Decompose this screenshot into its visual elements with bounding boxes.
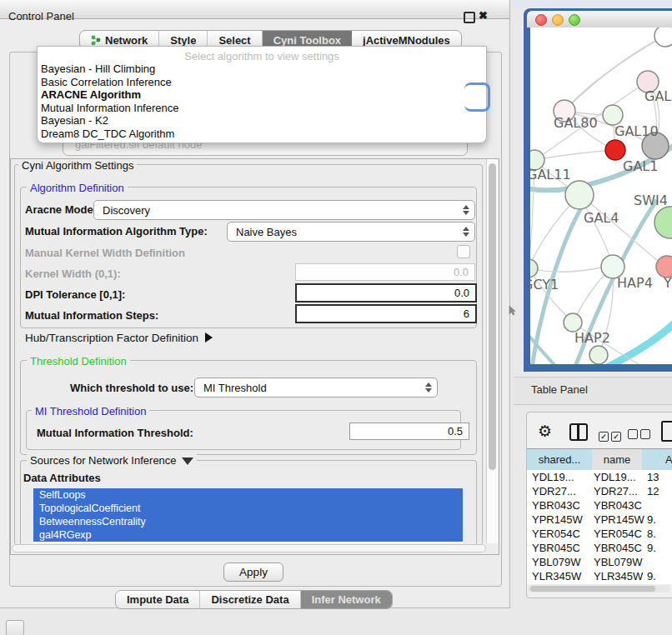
- algorithm-option[interactable]: Mutual Information Inference: [38, 102, 486, 115]
- sources-group-toggle[interactable]: Sources for Network Inference: [27, 454, 197, 467]
- table-cell: [644, 498, 672, 512]
- network-node-hap2[interactable]: [564, 313, 582, 332]
- network-node[interactable]: [654, 28, 672, 47]
- data-attribute-item[interactable]: BetweennessCentrality: [33, 515, 463, 528]
- data-attribute-item[interactable]: TopologicalCoefficient: [33, 502, 463, 515]
- table-cell: 9.: [644, 569, 672, 583]
- attribute-table[interactable]: YDL19...YDL19...13YDR27...YDR27...12YBR0…: [527, 470, 672, 584]
- table-column-header[interactable]: name: [592, 448, 643, 471]
- mi-steps-label: Mutual Information Steps:: [25, 309, 158, 322]
- table-horizontal-scrollbar[interactable]: [528, 585, 670, 592]
- algorithm-option[interactable]: Bayesian - Hill Climbing: [38, 62, 486, 76]
- table-row[interactable]: YDR27...YDR27...12: [527, 484, 672, 498]
- kernel-width-field[interactable]: 0.0: [295, 263, 475, 281]
- settings-vertical-scrollbar[interactable]: [486, 159, 498, 543]
- file-icon[interactable]: [661, 421, 672, 442]
- float-window-icon[interactable]: [464, 12, 475, 23]
- mi-steps-field[interactable]: 6: [295, 304, 477, 323]
- close-icon[interactable]: ✖: [479, 9, 488, 22]
- network-edge: [530, 268, 601, 272]
- manual-kernel-checkbox[interactable]: [457, 245, 470, 258]
- dpi-tolerance-field[interactable]: 0.0: [295, 283, 477, 302]
- control-panel-titlebar: [0, 0, 509, 19]
- aracne-mode-label: Aracne Mode:: [25, 203, 97, 216]
- table-cell: 12: [644, 484, 672, 498]
- table-row[interactable]: YBR045CYBR045C9.: [527, 541, 672, 555]
- network-icon: [91, 35, 101, 45]
- table-cell: YBR043C: [527, 498, 592, 512]
- table-row[interactable]: YER054CYER054C8.: [527, 527, 672, 541]
- table-cell: YDR27...: [527, 484, 592, 498]
- mi-threshold-field[interactable]: 0.5: [349, 422, 469, 440]
- data-attribute-item[interactable]: SelfLoops: [33, 488, 463, 502]
- table-cell: [644, 555, 672, 569]
- network-node-label: SWI4: [634, 192, 668, 208]
- spinner-arrows-icon: [463, 227, 469, 237]
- table-row[interactable]: YBR043CYBR043C: [527, 498, 672, 512]
- table-cell: YBL079W: [527, 555, 592, 569]
- table-column-header[interactable]: A: [642, 448, 672, 471]
- close-traffic-button[interactable]: [535, 14, 547, 26]
- network-window-titlebar: [527, 11, 672, 28]
- table-cell: YER054C: [527, 527, 592, 541]
- bottom-tab-impute-data[interactable]: Impute Data: [116, 591, 200, 608]
- tab-label: Cyni Toolbox: [273, 34, 341, 47]
- apply-button[interactable]: Apply: [223, 562, 283, 582]
- algorithm-option[interactable]: Dream8 DC_TDC Algorithm: [38, 128, 486, 141]
- table-row[interactable]: YPR145WYPR145W9.: [527, 512, 672, 527]
- mi-threshold-label: Mutual Information Threshold:: [37, 427, 193, 439]
- table-row[interactable]: YIL052CYIL052C9: [527, 583, 672, 584]
- settings-horizontal-scrollbar[interactable]: [12, 544, 486, 552]
- network-node-gcy1[interactable]: [530, 259, 538, 278]
- algorithm-option[interactable]: Basic Correlation Inference: [38, 76, 486, 89]
- gear-icon[interactable]: ⚙: [538, 422, 552, 441]
- threshold-definition-label: Threshold Definition: [27, 355, 130, 368]
- kernel-width-label: Kernel Width (0,1):: [25, 268, 121, 280]
- algorithm-option[interactable]: Bayesian - K2: [38, 114, 486, 128]
- hide-columns-icon[interactable]: [628, 428, 653, 442]
- tab-label: Select: [218, 34, 250, 47]
- dpi-tolerance-label: DPI Tolerance [0,1]:: [25, 288, 125, 301]
- network-canvas[interactable]: GALGAL80GAL10GAL1GAL11SWI4GAL4GCY1HAP4YH…: [530, 28, 672, 364]
- network-node-label: GAL10: [614, 123, 659, 139]
- table-scrollbar-thumb[interactable]: [530, 586, 655, 592]
- bottom-tab-infer-network[interactable]: Infer Network: [301, 591, 392, 608]
- table-cell: YBR045C: [592, 541, 644, 555]
- which-threshold-select[interactable]: MI Threshold: [194, 378, 438, 398]
- network-node-gal1[interactable]: [605, 140, 625, 160]
- table-row[interactable]: YLR345WYLR345W9.: [527, 569, 672, 583]
- settings-scrollbar-thumb[interactable]: [489, 163, 496, 470]
- columns-icon[interactable]: [569, 423, 588, 441]
- aracne-mode-select[interactable]: Discovery: [93, 200, 475, 220]
- table-cell: YDL19...: [527, 470, 592, 484]
- bottom-tab-discretize-data[interactable]: Discretize Data: [200, 591, 300, 608]
- show-columns-icon[interactable]: ✓✓: [599, 428, 624, 442]
- mi-algorithm-type-select[interactable]: Naive Bayes: [227, 222, 475, 242]
- background-strip: [514, 0, 672, 8]
- table-column-header[interactable]: shared...: [527, 448, 593, 471]
- dock-panel-icon[interactable]: [6, 620, 24, 635]
- data-attributes-list: SelfLoopsTopologicalCoefficientBetweenne…: [33, 488, 463, 543]
- table-row[interactable]: YDL19...YDL19...13: [527, 470, 672, 484]
- collapse-arrow-icon: [182, 458, 193, 465]
- table-panel-title: Table Panel: [531, 383, 588, 396]
- network-node-gal4[interactable]: [565, 181, 594, 209]
- aracne-mode-value: Discovery: [103, 204, 150, 217]
- network-node[interactable]: [589, 346, 608, 364]
- table-row[interactable]: YBL079WYBL079W: [527, 555, 672, 569]
- hub-definition-expander[interactable]: Hub/Transcription Factor Definition: [25, 332, 213, 344]
- network-node-label: GCY1: [530, 277, 559, 292]
- algorithm-option[interactable]: ARACNE Algorithm: [38, 88, 486, 102]
- table-cell: 9.: [644, 541, 672, 555]
- which-threshold-value: MI Threshold: [203, 382, 267, 394]
- table-cell: 9: [644, 583, 672, 584]
- zoom-traffic-button[interactable]: [569, 14, 580, 26]
- bottom-tabstrip: Impute DataDiscretize DataInfer Network: [115, 590, 393, 609]
- network-node-label: Y: [663, 275, 672, 291]
- data-attribute-item[interactable]: gal4RGexp: [33, 528, 463, 542]
- network-node-label: GAL: [644, 88, 671, 104]
- network-node-gal10[interactable]: [603, 105, 623, 125]
- network-node-swi4[interactable]: [654, 207, 672, 238]
- tab-label: Style: [170, 34, 196, 47]
- minimize-traffic-button[interactable]: [552, 14, 564, 26]
